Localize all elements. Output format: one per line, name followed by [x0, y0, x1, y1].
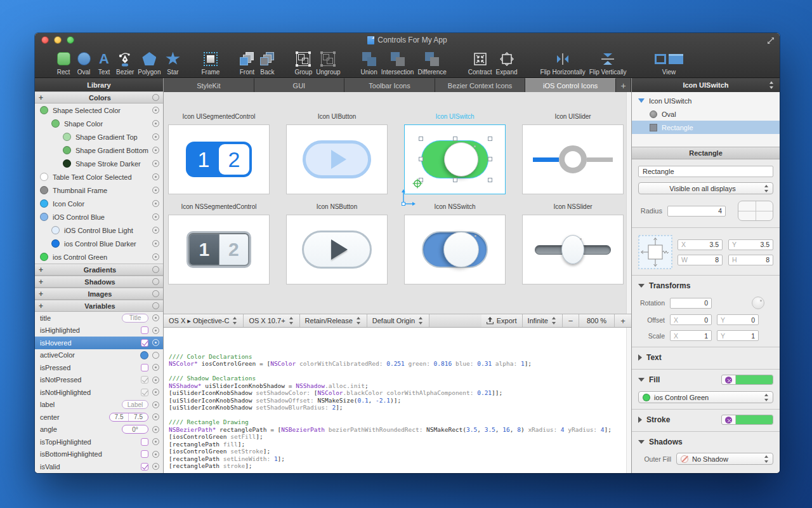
canvas-card-icon-uisegmentedcontrol[interactable]: 12	[168, 124, 270, 194]
scale-x-input[interactable]: X1	[670, 330, 712, 341]
toolbar-view-button[interactable]: View	[655, 50, 684, 76]
visibility-select[interactable]: Visible on all displays	[638, 182, 773, 194]
target-icon[interactable]	[152, 377, 159, 384]
disclosure-triangle-icon[interactable]	[638, 417, 642, 423]
variable-checkbox[interactable]	[141, 463, 148, 471]
zoom-level[interactable]: 800 %	[579, 314, 615, 327]
export-button[interactable]: Export	[481, 314, 523, 327]
target-icon[interactable]	[152, 147, 159, 154]
sdk-select[interactable]: OS X 10.7+	[244, 314, 299, 327]
target-icon[interactable]	[152, 302, 159, 309]
target-icon[interactable]	[152, 389, 159, 396]
color-item[interactable]: Shape Selected Color	[35, 104, 163, 117]
target-icon[interactable]	[152, 240, 159, 247]
selection-handle[interactable]	[419, 137, 423, 141]
offset-x-input[interactable]: X0	[670, 314, 712, 325]
tab-ios-control-icons[interactable]: iOS Control Icons	[525, 78, 616, 92]
fullscreen-icon[interactable]	[767, 36, 775, 47]
y-input[interactable]: Y3.5	[728, 239, 773, 250]
toolbar-rect-button[interactable]: Rect	[55, 50, 72, 76]
tab-toolbar-icons[interactable]: Toolbar Icons	[344, 78, 435, 92]
memory-select[interactable]: Retain/Release	[300, 314, 367, 327]
toolbar-oval-button[interactable]: Oval	[75, 50, 92, 76]
add-icon[interactable]: +	[39, 93, 48, 102]
variable-row[interactable]: center7.57.5	[35, 411, 163, 424]
canvas-card-icon-nssegmentedcontrol[interactable]: 12	[168, 215, 270, 284]
add-tab-button[interactable]: +	[616, 78, 631, 92]
variable-row[interactable]: isBottomHighlighted	[35, 448, 163, 461]
variable-row[interactable]: isTopHighlighted	[35, 436, 163, 448]
disclosure-triangle-icon[interactable]	[638, 378, 645, 382]
disclosure-triangle-icon[interactable]	[638, 354, 642, 361]
target-icon[interactable]	[152, 173, 159, 180]
target-icon[interactable]	[152, 401, 159, 408]
zoom-in-button[interactable]: +	[615, 314, 631, 327]
add-icon[interactable]: +	[39, 265, 48, 274]
variable-row[interactable]: angle0°	[35, 424, 163, 436]
color-item[interactable]: ios Control Green	[35, 250, 163, 264]
canvas-scrollbar[interactable]	[626, 92, 631, 314]
outer-fill-select[interactable]: No Shadow	[676, 453, 773, 465]
canvas-card-icon-uibutton[interactable]	[286, 124, 388, 194]
zoom-out-button[interactable]: −	[563, 314, 579, 327]
layer-item-oval[interactable]: Oval	[632, 107, 780, 121]
toolbar-intersection-button[interactable]: Intersection	[381, 50, 414, 76]
fill-color-select[interactable]: ios Control Green	[638, 391, 773, 403]
window-titlebar[interactable]: Controls For My App	[35, 33, 780, 47]
variable-row[interactable]: isHovered	[35, 337, 163, 349]
variable-point-field[interactable]: 7.57.5	[109, 413, 148, 422]
variable-checkbox[interactable]	[141, 326, 148, 334]
clear-fill-button[interactable]	[722, 375, 736, 384]
color-item[interactable]: Icon Color	[35, 197, 163, 210]
canvas-card-icon-uislider[interactable]	[522, 124, 624, 194]
resizing-springs-widget[interactable]	[638, 234, 672, 270]
color-item[interactable]: Shape Gradient Bottom	[35, 144, 163, 157]
transforms-header[interactable]: Transforms	[638, 280, 773, 291]
selection-handle[interactable]	[453, 178, 457, 182]
target-icon[interactable]	[152, 187, 159, 194]
target-icon[interactable]	[152, 463, 159, 470]
width-input[interactable]: W8	[678, 255, 723, 265]
add-icon[interactable]: +	[39, 290, 48, 298]
layer-item-icon-uiswitch[interactable]: Icon UISwitch	[632, 94, 780, 107]
clear-stroke-button[interactable]	[722, 415, 736, 424]
canvas-card-icon-nsbutton[interactable]	[286, 215, 388, 284]
target-icon[interactable]	[152, 133, 159, 140]
selection-handle[interactable]	[453, 137, 457, 141]
target-icon[interactable]	[152, 253, 159, 260]
target-icon[interactable]	[152, 107, 159, 114]
platform-select[interactable]: OS X ▸ Objective-C	[164, 314, 244, 327]
target-icon[interactable]	[152, 451, 159, 458]
variable-row[interactable]: titleTitle	[35, 312, 163, 324]
tab-stylekit[interactable]: StyleKit	[164, 78, 254, 92]
layer-item-rectangle[interactable]: Rectangle	[632, 121, 780, 134]
disclosure-triangle-icon[interactable]	[638, 98, 645, 103]
add-icon[interactable]: +	[39, 277, 48, 286]
tab-gui[interactable]: GUI	[254, 78, 345, 92]
variable-row[interactable]: isNotPressed	[35, 374, 163, 387]
selection-handle[interactable]	[488, 178, 492, 182]
canvas-size-select[interactable]: Infinite	[523, 314, 563, 327]
canvas[interactable]: Icon UISegmentedControl12Icon UIButtonIc…	[164, 92, 631, 314]
text-header[interactable]: Text	[638, 352, 773, 363]
close-button[interactable]	[41, 36, 49, 44]
target-icon[interactable]	[152, 290, 159, 297]
rotation-input[interactable]: 0	[670, 298, 712, 309]
stroke-swatch[interactable]	[736, 415, 773, 424]
variable-checkbox[interactable]	[141, 438, 148, 446]
toolbar-ungroup-button[interactable]: Ungroup	[316, 50, 340, 76]
disclosure-triangle-icon[interactable]	[638, 284, 645, 288]
radius-input[interactable]: 4	[667, 206, 726, 217]
variable-row[interactable]: isHighlighted	[35, 324, 163, 337]
toolbar-bezier-button[interactable]: Bezier	[116, 50, 134, 76]
color-item[interactable]: Table Text Color Selected	[35, 170, 163, 184]
toolbar-back-button[interactable]: Back	[259, 50, 275, 76]
toolbar-frame-button[interactable]: Frame	[202, 50, 220, 76]
selection-handle[interactable]	[488, 137, 492, 141]
target-icon[interactable]	[152, 200, 159, 207]
toolbar-contract-button[interactable]: Contract	[468, 50, 492, 76]
section-colors[interactable]: + Colors	[35, 91, 163, 104]
variable-checkbox[interactable]	[141, 376, 148, 384]
code-view[interactable]: //// Color DeclarationsNSColor* iosContr…	[164, 328, 631, 473]
color-item[interactable]: iOS Control Blue	[35, 210, 163, 224]
